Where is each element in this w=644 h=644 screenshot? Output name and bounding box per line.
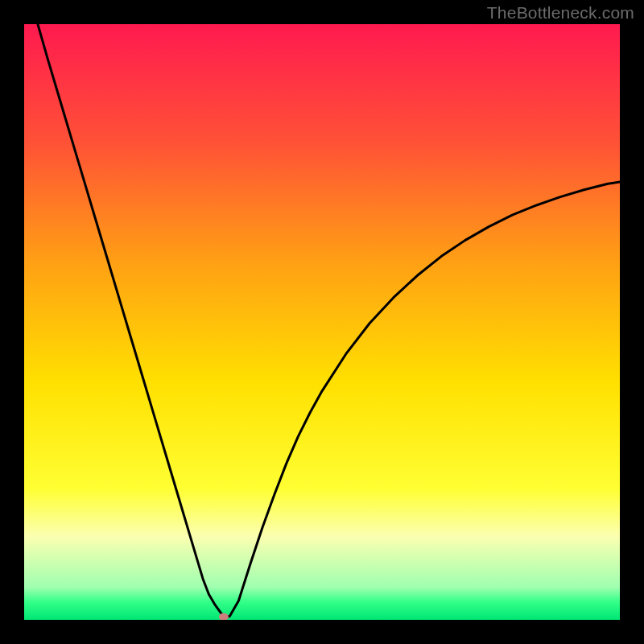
bottleneck-chart <box>24 24 620 620</box>
watermark-text: TheBottleneck.com <box>487 3 634 23</box>
chart-frame: TheBottleneck.com <box>0 0 644 644</box>
chart-background <box>24 24 620 620</box>
